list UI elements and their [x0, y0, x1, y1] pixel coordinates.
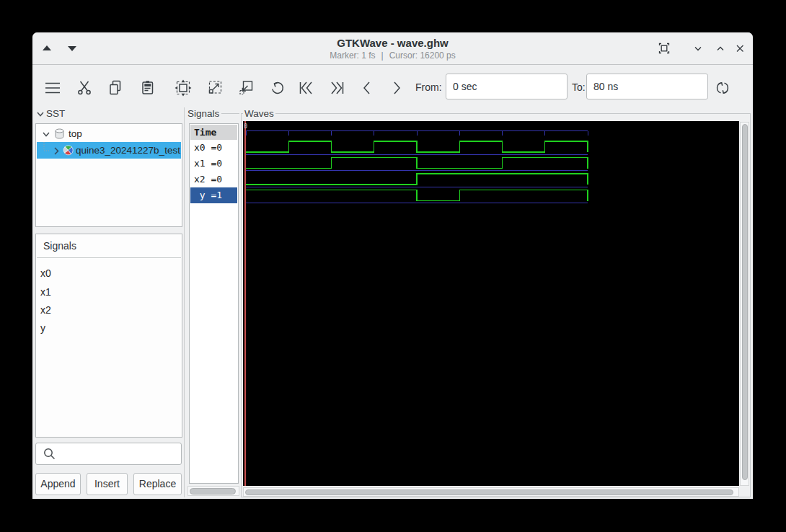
signal-values-list[interactable]: Time x0 =0 x1 =0 x2 =0 y =1	[189, 123, 239, 484]
cut-button[interactable]	[75, 79, 94, 97]
signals-column-header[interactable]: Signals	[37, 235, 181, 258]
wave-row-x0[interactable]: x0 =0	[190, 140, 237, 156]
chevron-up-icon	[713, 41, 728, 56]
undo-button[interactable]	[268, 79, 287, 97]
window-title: GTKWave - wave.ghw	[32, 37, 753, 49]
to-label: To:	[572, 81, 586, 93]
to-end-button[interactable]	[328, 79, 347, 97]
chevron-down-icon	[691, 41, 705, 56]
zoom-fit-icon	[174, 79, 193, 97]
tree-guide-line	[42, 142, 51, 159]
zoom-fit-button[interactable]	[174, 79, 193, 97]
tree-item-module[interactable]: quine3_20241227b_test	[37, 142, 181, 159]
waves-frame-label: Waves	[243, 108, 275, 119]
database-icon	[54, 128, 65, 140]
reload-icon	[713, 79, 732, 97]
chevron-right-icon	[387, 79, 406, 97]
signal-item-x0[interactable]: x0	[40, 267, 51, 279]
paste-button[interactable]	[138, 79, 157, 97]
to-start-button[interactable]	[296, 79, 315, 97]
restore-button[interactable]	[713, 41, 728, 56]
left-signals-list[interactable]: Signals x0 x1 x2 y	[35, 234, 182, 438]
close-button[interactable]	[733, 41, 747, 56]
insert-button[interactable]: Insert	[87, 473, 128, 495]
search-icon	[42, 446, 58, 462]
menu-button[interactable]	[43, 79, 62, 97]
from-label: From:	[415, 81, 442, 93]
step-left-button[interactable]	[358, 79, 376, 97]
sst-label: SST	[46, 108, 65, 119]
tree-item-label: top	[69, 128, 82, 139]
copy-button[interactable]	[106, 79, 125, 97]
minimize-button[interactable]	[691, 41, 705, 56]
tree-item-top[interactable]: top	[37, 125, 181, 142]
zoom-in-icon	[237, 79, 255, 97]
to-input[interactable]	[586, 74, 708, 99]
cursor-status: Cursor: 16200 ps	[387, 50, 459, 61]
wave-row-y[interactable]: y =1	[190, 187, 237, 203]
from-input[interactable]	[446, 74, 568, 99]
time-header[interactable]: Time	[190, 125, 237, 140]
signals-header-label: Signals	[43, 240, 76, 252]
wave-canvas[interactable]: 0	[243, 121, 739, 486]
module-icon	[63, 145, 74, 156]
waves-vscrollbar-thumb[interactable]	[742, 124, 748, 480]
maximize-button[interactable]	[657, 41, 671, 56]
wave-row-x2[interactable]: x2 =0	[190, 172, 237, 187]
scissors-icon	[75, 79, 94, 97]
close-icon	[733, 41, 747, 56]
menu-icon	[43, 79, 62, 97]
expander-open-icon[interactable]	[41, 129, 51, 139]
copy-icon	[106, 79, 125, 97]
tree-item-label: quine3_20241227b_test	[76, 145, 180, 156]
zoom-in-button[interactable]	[237, 79, 255, 97]
replace-button[interactable]: Replace	[133, 473, 182, 495]
paste-icon	[138, 79, 157, 97]
signal-item-y[interactable]: y	[40, 322, 45, 334]
expander-closed-icon[interactable]	[51, 146, 61, 156]
waves-hscrollbar-track[interactable]	[243, 487, 739, 497]
search-input[interactable]	[35, 443, 182, 465]
waves-vscrollbar-track[interactable]	[740, 122, 749, 486]
to-end-icon	[328, 79, 347, 97]
gtkwave-window: GTKWave - wave.ghw Marker: 1 fs|Cursor: …	[32, 32, 753, 499]
reload-button[interactable]	[713, 79, 732, 97]
append-button[interactable]: Append	[35, 473, 81, 495]
marker-status: Marker: 1 fs	[327, 50, 378, 61]
wave-row-x1[interactable]: x1 =0	[190, 156, 237, 172]
signals-hscrollbar-track[interactable]	[187, 486, 239, 496]
signals-frame-line	[221, 113, 239, 114]
time-header-label: Time	[194, 127, 216, 138]
toolbar: From: To:	[32, 65, 753, 107]
signals-hscrollbar-thumb[interactable]	[190, 488, 236, 495]
zoom-out-icon	[206, 79, 224, 97]
signal-item-x1[interactable]: x1	[40, 286, 51, 298]
chevron-left-icon	[358, 79, 376, 97]
zoom-out-button[interactable]	[206, 79, 224, 97]
signal-item-x2[interactable]: x2	[40, 304, 51, 316]
sst-expander[interactable]: SST	[36, 108, 65, 120]
titlebar[interactable]: GTKWave - wave.ghw Marker: 1 fs|Cursor: …	[32, 32, 753, 65]
svg-text:0: 0	[244, 123, 247, 130]
step-right-button[interactable]	[387, 79, 406, 97]
sst-tree[interactable]: top quine3_20241227b_test	[35, 123, 182, 227]
undo-icon	[268, 79, 287, 97]
signals-frame-label: Signals	[186, 108, 221, 119]
chevron-down-icon	[36, 110, 45, 118]
subtitle-separator: |	[379, 50, 387, 61]
to-start-icon	[296, 79, 315, 97]
maximize-icon	[657, 41, 671, 56]
waveform-plot: 0	[243, 121, 739, 486]
paned-divider-left[interactable]	[184, 107, 185, 497]
window-subtitle: Marker: 1 fs|Cursor: 16200 ps	[32, 50, 753, 61]
waves-hscrollbar-thumb[interactable]	[245, 489, 733, 495]
